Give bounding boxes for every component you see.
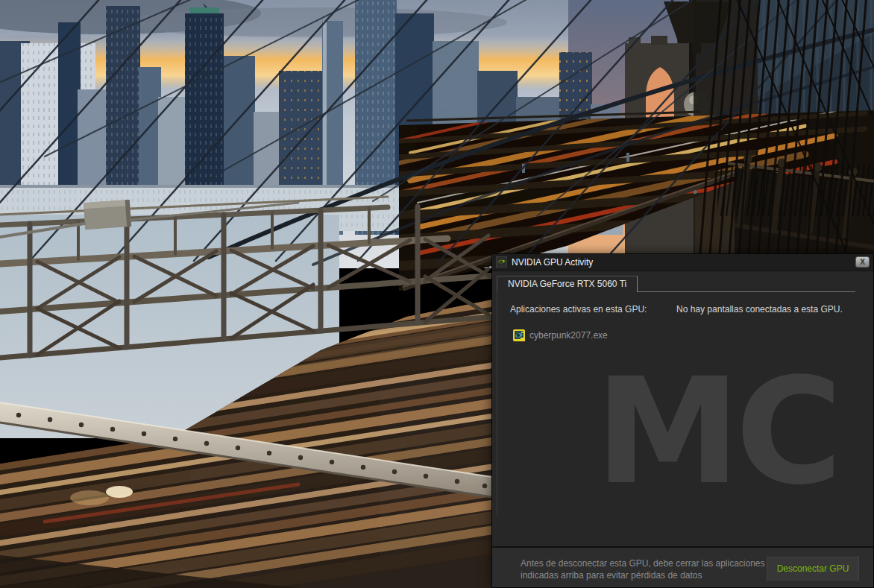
warning-line-1: Antes de desconectar esta GPU, debe cerr… (521, 557, 765, 569)
close-icon[interactable]: X (855, 256, 870, 268)
equipment-box (84, 200, 131, 230)
window-title: NVIDIA GPU Activity (512, 257, 593, 268)
app-name-label: cyberpunk2077.exe (529, 330, 608, 341)
mc-watermark: MC (595, 358, 837, 505)
displays-status-label: No hay pantallas conectadas a esta GPU. (676, 304, 843, 314)
nvidia-gpu-activity-window: NVIDIA GPU Activity X NVIDIA GeForce RTX… (491, 253, 874, 588)
window-titlebar[interactable]: NVIDIA GPU Activity X (492, 254, 873, 271)
list-item-app[interactable]: cyberpunk2077.exe (513, 329, 608, 342)
cyberpunk-app-icon (513, 329, 525, 341)
nvidia-logo-icon (496, 256, 507, 268)
active-apps-label: Aplicaciones activas en esta GPU: (510, 304, 647, 314)
dialog-footer: Antes de desconectar esta GPU, debe cerr… (492, 548, 873, 587)
disconnect-warning-text: Antes de desconectar esta GPU, debe cerr… (521, 557, 765, 581)
disconnect-gpu-button[interactable]: Desconectar GPU (767, 557, 859, 581)
tab-pane-border (497, 292, 497, 516)
tab-gpu-name[interactable]: NVIDIA GeForce RTX 5060 Ti (497, 276, 638, 292)
warning-line-2: indicadas arriba para evitar pérdidas de… (521, 569, 765, 581)
